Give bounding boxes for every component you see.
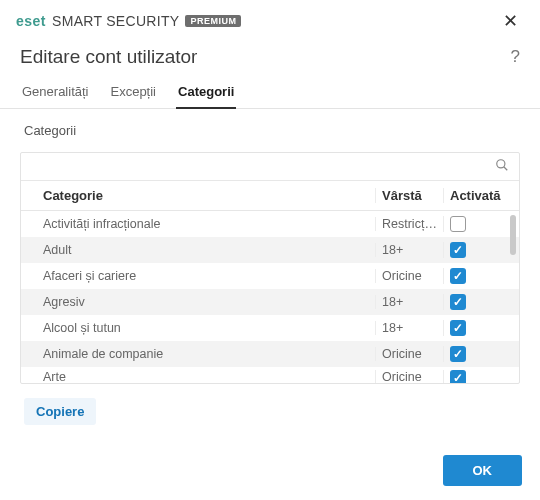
checkbox-enabled[interactable] — [450, 216, 466, 232]
cell-category: Activități infracționale — [21, 217, 375, 231]
tab-general[interactable]: Generalități — [20, 78, 90, 108]
search-icon[interactable] — [493, 156, 511, 177]
cell-category: Agresiv — [21, 295, 375, 309]
cell-category: Alcool și tutun — [21, 321, 375, 335]
table-header: Categorie Vârstă Activată — [21, 181, 519, 211]
cell-age: 18+ — [375, 243, 443, 257]
cell-category: Arte — [21, 370, 375, 383]
brand-product: SMART SECURITY — [52, 13, 179, 29]
col-header-age[interactable]: Vârstă — [375, 188, 443, 203]
close-icon[interactable]: ✕ — [497, 10, 524, 32]
svg-point-0 — [497, 160, 505, 168]
help-icon[interactable]: ? — [511, 47, 520, 67]
table-row[interactable]: Animale de companie Oricine ✓ — [21, 341, 519, 367]
scrollbar-thumb[interactable] — [510, 215, 516, 255]
tab-exceptions[interactable]: Excepții — [108, 78, 158, 108]
copy-button[interactable]: Copiere — [24, 398, 96, 425]
cell-age: Oricine — [375, 269, 443, 283]
cell-age: 18+ — [375, 321, 443, 335]
checkbox-enabled[interactable]: ✓ — [450, 294, 466, 310]
section-label: Categorii — [0, 109, 540, 146]
cell-category: Animale de companie — [21, 347, 375, 361]
brand-mark: eset — [16, 13, 46, 29]
cell-age: 18+ — [375, 295, 443, 309]
checkbox-enabled[interactable]: ✓ — [450, 242, 466, 258]
cell-category: Afaceri și cariere — [21, 269, 375, 283]
col-header-enabled[interactable]: Activată — [443, 188, 505, 203]
table-body: Activități infracționale Restricțio... A… — [21, 211, 519, 383]
table-row[interactable]: Arte Oricine ✓ — [21, 367, 519, 383]
table-row[interactable]: Agresiv 18+ ✓ — [21, 289, 519, 315]
table-row[interactable]: Activități infracționale Restricțio... — [21, 211, 519, 237]
table-row[interactable]: Adult 18+ ✓ — [21, 237, 519, 263]
cell-category: Adult — [21, 243, 375, 257]
svg-line-1 — [504, 167, 508, 171]
page-title: Editare cont utilizator — [20, 46, 197, 68]
search-row — [21, 153, 519, 181]
table-row[interactable]: Afaceri și cariere Oricine ✓ — [21, 263, 519, 289]
table-row[interactable]: Alcool și tutun 18+ ✓ — [21, 315, 519, 341]
cell-age: Oricine — [375, 347, 443, 361]
brand-badge: PREMIUM — [185, 15, 241, 27]
col-header-category[interactable]: Categorie — [21, 188, 375, 203]
checkbox-enabled[interactable]: ✓ — [450, 346, 466, 362]
checkbox-enabled[interactable]: ✓ — [450, 320, 466, 336]
tab-categories[interactable]: Categorii — [176, 78, 236, 109]
brand: eset SMART SECURITY PREMIUM — [16, 13, 241, 29]
categories-table: Categorie Vârstă Activată Activități inf… — [20, 152, 520, 384]
tabs: Generalități Excepții Categorii — [0, 78, 540, 109]
cell-age: Oricine — [375, 370, 443, 383]
checkbox-enabled[interactable]: ✓ — [450, 268, 466, 284]
ok-button[interactable]: OK — [443, 455, 523, 486]
checkbox-enabled[interactable]: ✓ — [450, 370, 466, 383]
cell-age: Restricțio... — [375, 217, 443, 231]
